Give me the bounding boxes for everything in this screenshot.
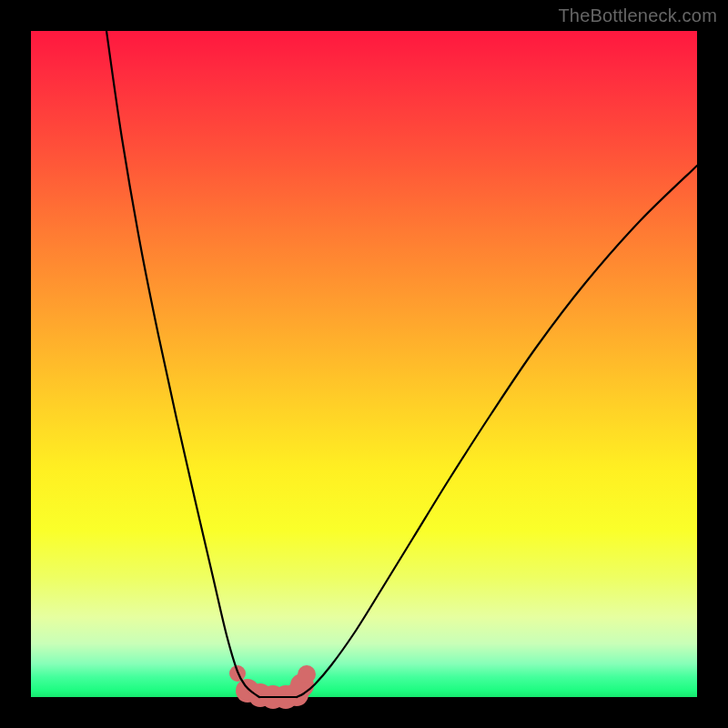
trough-marker-dot bbox=[298, 665, 316, 683]
chart-frame: TheBottleneck.com bbox=[0, 0, 728, 728]
plot-area bbox=[31, 31, 697, 697]
right-curve bbox=[297, 166, 697, 697]
watermark-text: TheBottleneck.com bbox=[558, 5, 717, 26]
curves-layer bbox=[31, 31, 697, 697]
trough-markers bbox=[229, 665, 316, 709]
left-curve bbox=[106, 31, 259, 697]
